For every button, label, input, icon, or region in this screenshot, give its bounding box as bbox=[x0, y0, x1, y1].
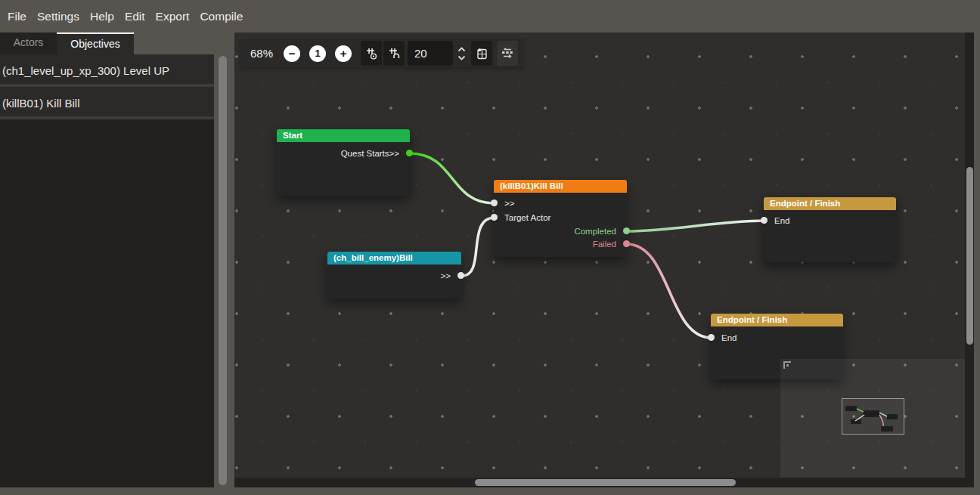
input-port-target-actor[interactable] bbox=[491, 214, 498, 221]
sidebar: Actors Objectives (ch1_level_up_xp_300) … bbox=[0, 32, 234, 487]
list-item-kill-bill[interactable]: (killB01) Kill Bill bbox=[0, 87, 214, 119]
node-killb01-title: (killB01)Kill Bill bbox=[494, 180, 627, 193]
node-start[interactable]: Start Quest Starts>> bbox=[277, 129, 410, 196]
snap-to-grid-button[interactable] bbox=[361, 41, 382, 66]
node-endpoint-2-title: Endpoint / Finish bbox=[711, 314, 843, 326]
list-item-level-up[interactable]: (ch1_level_up_xp_300) Level UP bbox=[0, 54, 214, 87]
objectives-list: (ch1_level_up_xp_300) Level UP (killB01)… bbox=[0, 54, 214, 487]
stepper-down-button[interactable] bbox=[456, 54, 467, 62]
canvas-hscrollbar-track bbox=[234, 478, 974, 487]
node-endpoint-1-title: Endpoint / Finish bbox=[764, 197, 896, 210]
menu-help[interactable]: Help bbox=[85, 0, 119, 32]
snap-magnet-icon bbox=[387, 47, 401, 60]
node-endpoint-1[interactable]: Endpoint / Finish End bbox=[764, 197, 896, 262]
input-port-exec[interactable] bbox=[491, 200, 498, 206]
chevron-down-icon bbox=[457, 55, 466, 60]
wire-start-to-killb01 bbox=[410, 153, 495, 203]
arrange-connections-icon bbox=[501, 47, 514, 60]
port-label-quest-starts: Quest Starts>> bbox=[341, 149, 399, 158]
node-bill-enemy-title: (ch_bill_enemy)Bill bbox=[327, 252, 461, 265]
sidebar-scrollbar-thumb[interactable] bbox=[219, 56, 227, 485]
port-label-completed: Completed bbox=[574, 227, 616, 236]
node-canvas[interactable]: Start Quest Starts>> (killB01)Kill Bill … bbox=[234, 32, 974, 487]
snap-to-grid-icon bbox=[364, 47, 378, 60]
input-port-end-2[interactable] bbox=[708, 334, 715, 341]
wire-bill-to-target-actor bbox=[462, 218, 495, 276]
output-port-bill[interactable] bbox=[457, 272, 464, 279]
port-label-exec-in: >> bbox=[504, 199, 514, 208]
menu-bar: File Settings Help Edit Export Compile bbox=[0, 0, 980, 32]
node-start-title: Start bbox=[277, 129, 410, 142]
port-label-failed: Failed bbox=[593, 240, 616, 249]
canvas-hscrollbar-thumb[interactable] bbox=[475, 479, 736, 486]
canvas-toolbar: 68% − 1 + bbox=[240, 39, 523, 67]
app-window: File Settings Help Edit Export Compile A… bbox=[0, 0, 980, 495]
port-label-end-2: End bbox=[721, 333, 737, 342]
zoom-in-button[interactable]: + bbox=[335, 45, 352, 62]
minimap-wires bbox=[780, 359, 970, 478]
node-killb01[interactable]: (killB01)Kill Bill >> Target Actor Compl… bbox=[494, 180, 627, 257]
grid-size-stepper bbox=[456, 45, 467, 62]
grid-size-input[interactable] bbox=[408, 41, 453, 66]
auto-arrange-button[interactable] bbox=[497, 41, 518, 66]
minimap-toggle-button[interactable] bbox=[471, 41, 492, 66]
tab-objectives[interactable]: Objectives bbox=[57, 32, 134, 54]
menu-settings[interactable]: Settings bbox=[32, 0, 85, 32]
node-bill-enemy[interactable]: (ch_bill_enemy)Bill >> bbox=[327, 252, 461, 299]
port-label-bill-out: >> bbox=[441, 271, 451, 280]
output-port-completed[interactable] bbox=[623, 227, 630, 234]
minimap[interactable] bbox=[780, 359, 970, 478]
input-port-end-1[interactable] bbox=[761, 217, 768, 224]
menu-compile[interactable]: Compile bbox=[194, 0, 248, 32]
canvas-vscrollbar-thumb[interactable] bbox=[966, 167, 973, 345]
menu-export[interactable]: Export bbox=[150, 0, 195, 32]
snap-to-node-button[interactable] bbox=[383, 41, 405, 66]
port-label-end-1: End bbox=[774, 216, 789, 225]
wire-completed-to-end bbox=[627, 221, 764, 231]
minimap-icon bbox=[475, 47, 488, 60]
menu-edit[interactable]: Edit bbox=[119, 0, 150, 32]
menu-file[interactable]: File bbox=[2, 0, 32, 32]
wire-failed-to-end bbox=[627, 244, 712, 338]
output-port-failed[interactable] bbox=[623, 240, 630, 247]
zoom-out-button[interactable]: − bbox=[284, 45, 300, 62]
chevron-up-icon bbox=[457, 47, 466, 52]
zoom-reset-button[interactable]: 1 bbox=[309, 45, 326, 62]
output-port-quest-starts[interactable] bbox=[406, 150, 413, 156]
sidebar-tabs: Actors Objectives bbox=[0, 32, 134, 54]
zoom-level-label: 68% bbox=[250, 47, 273, 60]
tab-actors[interactable]: Actors bbox=[0, 32, 57, 54]
canvas-vscrollbar-track bbox=[965, 32, 974, 487]
stepper-up-button[interactable] bbox=[456, 45, 467, 54]
port-label-target-actor: Target Actor bbox=[504, 213, 550, 222]
